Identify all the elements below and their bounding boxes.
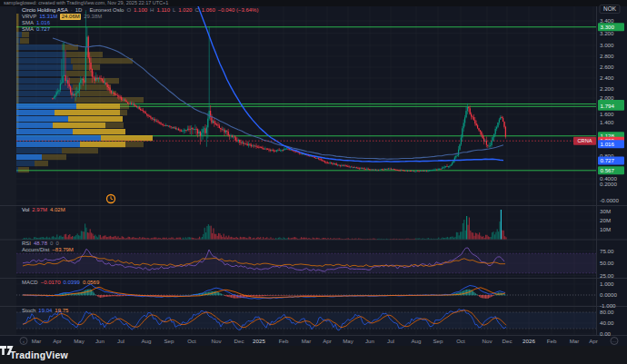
close-label: C — [194, 7, 198, 14]
svg-text:2.800: 2.800 — [600, 53, 614, 59]
svg-text:40.00: 40.00 — [600, 320, 614, 326]
tradingview-brand-text[interactable]: TradingView — [10, 349, 68, 360]
svg-text:‹: ‹ — [23, 339, 25, 344]
svg-text:Aug: Aug — [141, 338, 152, 344]
open-value: 1.100 — [134, 7, 147, 14]
volume-value: 2.97M — [32, 207, 47, 213]
svg-text:2.400: 2.400 — [600, 74, 614, 81]
sma2-legend-row[interactable]: SMA 0.727 — [22, 26, 50, 33]
symbol-legend-row[interactable]: Circio Holding ASA · 1D · Euronext Oslo … — [22, 7, 258, 14]
volume-label: Vol — [22, 207, 29, 213]
svg-text:2.200: 2.200 — [600, 85, 614, 92]
svg-text:Feb: Feb — [547, 338, 557, 344]
vrvp-value-3: 29.38M — [84, 14, 102, 20]
svg-text:3.300: 3.300 — [601, 24, 615, 30]
svg-text:Dec: Dec — [234, 338, 244, 344]
svg-text:Apr: Apr — [53, 338, 62, 344]
accum-dist-label: Accum/Dist — [22, 247, 49, 253]
svg-text:25.00: 25.00 — [600, 272, 614, 279]
stoch-d-value: 19.75 — [55, 308, 68, 314]
stoch-label: Stoch — [22, 308, 35, 314]
vrvp-legend-row[interactable]: VRVP 15.31M 24.06M 29.38M — [22, 14, 102, 20]
svg-text:Mar: Mar — [570, 338, 580, 344]
svg-text:2.600: 2.600 — [600, 64, 614, 70]
svg-text:Sep: Sep — [164, 338, 174, 344]
svg-text:Jul: Jul — [387, 338, 394, 344]
svg-text:Nov: Nov — [482, 338, 493, 344]
svg-text:50.00: 50.00 — [600, 260, 614, 266]
svg-text:0.567: 0.567 — [601, 167, 615, 173]
tradingview-footer: TradingView — [0, 346, 627, 364]
interval-label[interactable]: 1D — [75, 7, 83, 14]
svg-text:Apr: Apr — [589, 338, 598, 344]
sma1-label: SMA — [22, 20, 34, 26]
sma1-value: 1.016 — [36, 20, 50, 26]
vrvp-value-1: 15.31M — [39, 14, 57, 20]
stoch-k-value: 19.04 — [38, 308, 52, 314]
macd-signal-value: 0.0569 — [83, 280, 99, 286]
chart-canvas[interactable]: NOK3.4003.2003.0002.8002.6002.4002.2002.… — [0, 0, 627, 364]
svg-text:Nov: Nov — [211, 338, 222, 344]
svg-text:75.00: 75.00 — [600, 248, 614, 254]
svg-text:0.727: 0.727 — [601, 157, 615, 163]
close-value: 1.060 — [202, 7, 215, 14]
symbol-title[interactable]: Circio Holding ASA — [22, 7, 68, 14]
svg-text:May: May — [343, 338, 354, 344]
svg-text:10M: 10M — [600, 226, 611, 232]
svg-text:CRNA: CRNA — [578, 138, 592, 143]
accum-dist-legend-row[interactable]: Accum/Dist −83.79M — [22, 247, 74, 253]
svg-text:⋯: ⋯ — [612, 339, 617, 344]
macd-line-value: 0.0399 — [64, 280, 80, 286]
macd-legend-row[interactable]: MACD −0.0170 0.0399 0.0569 — [22, 280, 99, 286]
svg-text:Jun: Jun — [365, 338, 375, 344]
svg-text:Oct: Oct — [187, 338, 196, 344]
svg-text:1.400: 1.400 — [600, 119, 614, 125]
svg-text:Feb: Feb — [279, 338, 289, 344]
svg-text:-1.000: -1.000 — [600, 302, 616, 309]
macd-hist-value: −0.0170 — [41, 280, 61, 286]
change-value: −0.040 (−3.64%) — [218, 7, 259, 14]
sma2-label: SMA — [22, 26, 34, 33]
svg-text:Jul: Jul — [117, 338, 124, 344]
stoch-legend-row[interactable]: Stoch 19.04 19.75 — [22, 308, 68, 314]
svg-text:1.000: 1.000 — [600, 280, 614, 287]
accum-dist-value: −83.79M — [52, 247, 74, 253]
high-label: H — [150, 7, 154, 14]
svg-text:1.794: 1.794 — [601, 103, 615, 109]
svg-text:1.016: 1.016 — [601, 141, 615, 147]
low-value: 1.020 — [178, 7, 192, 14]
svg-text:3.000: 3.000 — [600, 42, 614, 48]
sma1-legend-row[interactable]: SMA 1.016 — [22, 20, 50, 26]
volume-legend-row[interactable]: Vol 2.97M 4.02M — [22, 207, 65, 213]
svg-text:-0.0000: -0.0000 — [600, 197, 620, 203]
svg-text:Mar: Mar — [302, 338, 312, 344]
svg-text:Apr: Apr — [323, 338, 332, 344]
svg-text:Sep: Sep — [433, 338, 443, 344]
svg-text:Aug: Aug — [411, 338, 422, 344]
low-label: L — [173, 7, 175, 14]
svg-text:0.00: 0.00 — [600, 330, 612, 337]
tradingview-chart-window: sampleglowed: created with TradingView.c… — [0, 0, 627, 364]
svg-text:May: May — [74, 338, 85, 344]
volume-ma-value: 4.02M — [50, 207, 65, 213]
svg-text:20M: 20M — [600, 217, 611, 223]
vrvp-label: VRVP — [22, 14, 36, 20]
svg-text:Jun: Jun — [95, 338, 105, 344]
high-value: 1.110 — [156, 7, 170, 14]
macd-label: MACD — [22, 280, 38, 286]
svg-text:0.0000: 0.0000 — [600, 291, 617, 298]
svg-text:NOK: NOK — [603, 5, 617, 12]
svg-text:30M: 30M — [600, 208, 611, 214]
sma2-value: 0.727 — [36, 26, 50, 33]
svg-text:0.2000: 0.2000 — [600, 181, 617, 187]
svg-text:1.600: 1.600 — [600, 111, 614, 117]
svg-text:Mar: Mar — [32, 338, 42, 344]
open-label: O — [126, 7, 131, 14]
tradingview-logo-icon[interactable] — [0, 346, 14, 358]
svg-text:80.00: 80.00 — [600, 309, 614, 315]
svg-text:Oct: Oct — [456, 338, 465, 344]
vrvp-poc-value: 24.06M — [60, 14, 81, 20]
exchange-label: Euronext Oslo — [89, 7, 124, 14]
svg-text:2026: 2026 — [522, 338, 535, 344]
svg-text:Dec: Dec — [502, 338, 512, 344]
